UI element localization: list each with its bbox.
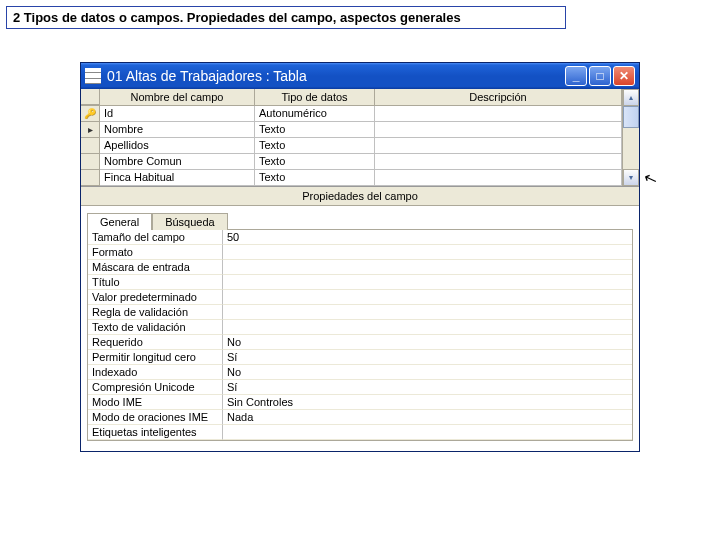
maximize-button[interactable]: □ [589,66,611,86]
field-desc-cell[interactable] [375,106,622,122]
scroll-up-button[interactable]: ▴ [623,89,639,106]
tab-general[interactable]: General [87,213,152,230]
property-value[interactable]: No [223,365,632,380]
property-row[interactable]: RequeridoNo [88,335,632,350]
property-value[interactable] [223,320,632,335]
page-header: 2 Tipos de datos o campos. Propiedades d… [6,6,566,29]
property-label: Tamaño del campo [88,230,223,245]
field-name-cell[interactable]: Nombre Comun [100,154,255,170]
close-button[interactable]: ✕ [613,66,635,86]
property-value[interactable] [223,275,632,290]
property-label: Máscara de entrada [88,260,223,275]
minimize-icon: _ [573,69,580,83]
titlebar[interactable]: 01 Altas de Trabajadores : Tabla _ □ ✕ [81,63,639,89]
scroll-track[interactable] [623,128,639,169]
row-selector[interactable]: ▸ [81,122,100,138]
field-type-cell[interactable]: Texto [255,170,375,186]
field-type-cell[interactable]: Texto [255,122,375,138]
field-type-cell[interactable]: Autonumérico [255,106,375,122]
col-header-desc[interactable]: Descripción [375,89,622,105]
property-value[interactable] [223,245,632,260]
row-selector-header [81,89,100,105]
field-properties-label: Propiedades del campo [81,187,639,206]
property-label: Permitir longitud cero [88,350,223,365]
properties-tabs: General Búsqueda [87,212,633,229]
property-label: Regla de validación [88,305,223,320]
col-header-type[interactable]: Tipo de datos [255,89,375,105]
property-label: Etiquetas inteligentes [88,425,223,440]
property-label: Requerido [88,335,223,350]
property-row[interactable]: Texto de validación [88,320,632,335]
field-grid: Nombre del campo Tipo de datos Descripci… [81,89,639,187]
field-desc-cell[interactable] [375,154,622,170]
property-label: Formato [88,245,223,260]
grid-header-row: Nombre del campo Tipo de datos Descripci… [81,89,622,106]
close-icon: ✕ [619,69,629,83]
property-label: Modo IME [88,395,223,410]
property-row[interactable]: Formato [88,245,632,260]
properties-grid: Tamaño del campo50 Formato Máscara de en… [87,229,633,441]
property-value[interactable] [223,305,632,320]
table-icon [85,68,101,84]
row-selector[interactable]: 🔑 [81,106,100,122]
row-selector[interactable] [81,170,100,186]
table-row[interactable]: ▸ Nombre Texto [81,122,622,138]
property-value[interactable]: Sin Controles [223,395,632,410]
window-title: 01 Altas de Trabajadores : Tabla [107,68,565,84]
row-selector[interactable] [81,154,100,170]
vertical-scrollbar[interactable]: ▴ ▾ [622,89,639,186]
property-row[interactable]: Modo de oraciones IMENada [88,410,632,425]
property-row[interactable]: Regla de validación [88,305,632,320]
table-row[interactable]: Nombre Comun Texto [81,154,622,170]
scroll-down-button[interactable]: ▾ [623,169,639,186]
field-desc-cell[interactable] [375,138,622,154]
property-row[interactable]: Valor predeterminado [88,290,632,305]
property-row[interactable]: Máscara de entrada [88,260,632,275]
property-row[interactable]: Compresión UnicodeSí [88,380,632,395]
property-row[interactable]: Etiquetas inteligentes [88,425,632,440]
property-value[interactable]: Sí [223,380,632,395]
property-value[interactable] [223,260,632,275]
tab-busqueda[interactable]: Búsqueda [152,213,228,230]
field-desc-cell[interactable] [375,122,622,138]
table-design-window: 01 Altas de Trabajadores : Tabla _ □ ✕ N… [80,62,640,452]
primary-key-icon: 🔑 [84,108,96,119]
table-row[interactable]: 🔑 Id Autonumérico [81,106,622,122]
field-type-cell[interactable]: Texto [255,138,375,154]
property-label: Valor predeterminado [88,290,223,305]
scroll-thumb[interactable] [623,106,639,128]
col-header-name[interactable]: Nombre del campo [100,89,255,105]
current-row-icon: ▸ [88,124,93,135]
property-row[interactable]: Tamaño del campo50 [88,230,632,245]
property-row[interactable]: IndexadoNo [88,365,632,380]
property-label: Título [88,275,223,290]
table-row[interactable]: Finca Habitual Texto [81,170,622,186]
cursor-icon: ↖ [641,167,660,189]
property-label: Indexado [88,365,223,380]
property-label: Texto de validación [88,320,223,335]
property-value[interactable]: No [223,335,632,350]
properties-panel: General Búsqueda Tamaño del campo50 Form… [81,206,639,451]
row-selector[interactable] [81,138,100,154]
table-row[interactable]: Apellidos Texto [81,138,622,154]
field-name-cell[interactable]: Id [100,106,255,122]
property-row[interactable]: Título [88,275,632,290]
field-type-cell[interactable]: Texto [255,154,375,170]
chevron-down-icon: ▾ [629,173,633,182]
property-label: Modo de oraciones IME [88,410,223,425]
field-name-cell[interactable]: Apellidos [100,138,255,154]
property-value[interactable]: Nada [223,410,632,425]
minimize-button[interactable]: _ [565,66,587,86]
property-row[interactable]: Modo IMESin Controles [88,395,632,410]
property-value[interactable]: Sí [223,350,632,365]
property-row[interactable]: Permitir longitud ceroSí [88,350,632,365]
field-name-cell[interactable]: Nombre [100,122,255,138]
field-desc-cell[interactable] [375,170,622,186]
chevron-up-icon: ▴ [629,93,633,102]
field-name-cell[interactable]: Finca Habitual [100,170,255,186]
property-label: Compresión Unicode [88,380,223,395]
maximize-icon: □ [596,69,603,83]
property-value[interactable]: 50 [223,230,632,245]
property-value[interactable] [223,290,632,305]
property-value[interactable] [223,425,632,440]
